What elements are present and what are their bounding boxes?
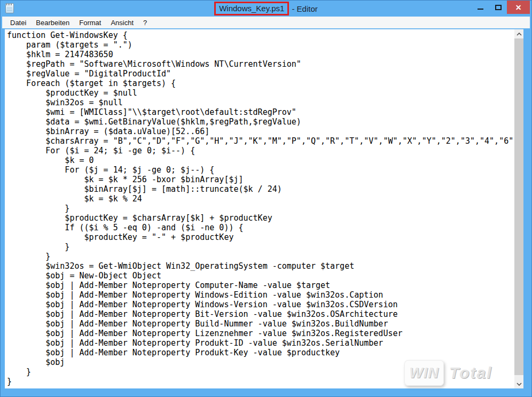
code-line: $obj | Add-Member Noteproperty Lizenzneh… bbox=[7, 329, 514, 338]
close-button[interactable]: ✕ bbox=[507, 1, 530, 14]
scroll-up-button[interactable] bbox=[514, 29, 523, 38]
code-line: $data = $wmi.GetBinaryValue($hklm,$regPa… bbox=[7, 117, 514, 127]
title-app-name: - Editor bbox=[291, 4, 317, 13]
code-line: } bbox=[7, 252, 514, 261]
menu-item-help[interactable]: ? bbox=[138, 17, 152, 28]
editor-area: function Get-WindowsKey { param ($target… bbox=[5, 29, 523, 388]
code-line: } bbox=[7, 204, 514, 213]
code-line: $productKey = "-" + $productKey bbox=[7, 232, 514, 242]
menu-item-datei[interactable]: Datei bbox=[5, 17, 31, 28]
code-line: $win32os = $null bbox=[7, 98, 514, 107]
code-line: $k = $k % 24 bbox=[7, 194, 514, 204]
notepad-window: Windows_Key.ps1 - Editor ✕ DateiBearbeit… bbox=[0, 0, 532, 397]
code-line: param ($targets = ".") bbox=[7, 40, 514, 50]
code-line: If (($i % 5 -eq 0) -and ($i -ne 0)) { bbox=[7, 223, 514, 232]
maximize-button[interactable] bbox=[489, 1, 507, 14]
menu-item-ansicht[interactable]: Ansicht bbox=[106, 17, 138, 28]
code-line: $regPath = "Software\Microsoft\Windows N… bbox=[7, 59, 514, 69]
scrollbar-thumb[interactable] bbox=[514, 38, 523, 375]
code-line: $wmi = [WMIClass]"\\$target\root\default… bbox=[7, 107, 514, 117]
menu-item-bearbeiten[interactable]: Bearbeiten bbox=[31, 17, 74, 28]
code-line: $obj | Add-Member Noteproperty Produkt-I… bbox=[7, 338, 514, 348]
code-line: $k = 0 bbox=[7, 155, 514, 165]
code-line: $obj | Add-Member Noteproperty Windows-E… bbox=[7, 290, 514, 300]
title-filename-annotation-box: Windows_Key.ps1 bbox=[214, 2, 289, 15]
window-title: Windows_Key.ps1 - Editor bbox=[1, 1, 531, 17]
code-line: $productKey = $charsArray[$k] + $product… bbox=[7, 213, 514, 223]
vertical-scrollbar[interactable] bbox=[514, 29, 523, 388]
code-line: $obj | Add-Member Noteproperty Build-Num… bbox=[7, 319, 514, 329]
code-line: function Get-WindowsKey { bbox=[7, 30, 514, 40]
window-controls: ✕ bbox=[472, 1, 530, 14]
code-line: For ($i = 24; $i -ge 0; $i--) { bbox=[7, 146, 514, 155]
code-line: $hklm = 2147483650 bbox=[7, 50, 514, 59]
scroll-down-button[interactable] bbox=[514, 379, 523, 388]
editor-text[interactable]: function Get-WindowsKey { param ($target… bbox=[5, 29, 514, 388]
code-line: } bbox=[7, 377, 514, 386]
code-line: $binArray = ($data.uValue)[52..66] bbox=[7, 127, 514, 136]
code-line: $productKey = $null bbox=[7, 88, 514, 98]
close-icon: ✕ bbox=[515, 4, 522, 11]
titlebar[interactable]: Windows_Key.ps1 - Editor ✕ bbox=[1, 1, 531, 17]
minimize-icon bbox=[478, 9, 483, 10]
minimize-button[interactable] bbox=[472, 1, 489, 14]
code-line: Foreach ($target in $targets) { bbox=[7, 79, 514, 88]
code-line: $win32os = Get-WmiObject Win32_Operating… bbox=[7, 261, 514, 271]
code-line: $obj = New-Object Object bbox=[7, 271, 514, 281]
title-filename: Windows_Key.ps1 bbox=[219, 4, 284, 13]
code-line: $charsArray = "B","C","D","F","G","H","J… bbox=[7, 136, 514, 146]
menubar: DateiBearbeitenFormatAnsicht? bbox=[2, 17, 530, 28]
code-line: $binArray[$j] = [math]::truncate($k / 24… bbox=[7, 184, 514, 194]
code-line: $obj bbox=[7, 357, 514, 367]
code-line: $obj | Add-Member Noteproperty Produkt-K… bbox=[7, 348, 514, 357]
code-line: $regValue = "DigitalProductId" bbox=[7, 69, 514, 79]
chevron-down-icon bbox=[517, 383, 522, 386]
code-line: } bbox=[7, 367, 514, 377]
code-line: $k = $k * 256 -bxor $binArray[$j] bbox=[7, 175, 514, 184]
code-line: $obj | Add-Member Noteproperty Windows-V… bbox=[7, 300, 514, 309]
code-line: $obj | Add-Member Noteproperty Bit-Versi… bbox=[7, 309, 514, 319]
code-line: $obj | Add-Member Noteproperty Computer-… bbox=[7, 281, 514, 290]
maximize-icon bbox=[495, 5, 502, 10]
code-line: For ($j = 14; $j -ge 0; $j--) { bbox=[7, 165, 514, 175]
menu-item-format[interactable]: Format bbox=[74, 17, 106, 28]
code-line: } bbox=[7, 242, 514, 252]
chevron-up-icon bbox=[517, 33, 522, 36]
